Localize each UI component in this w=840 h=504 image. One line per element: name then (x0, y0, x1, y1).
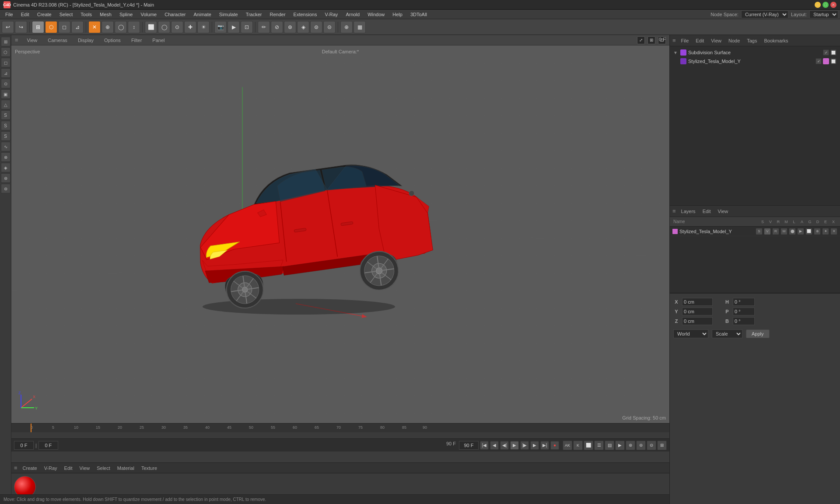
workplane-btn[interactable]: ▦ (354, 21, 366, 33)
coord-p-input[interactable] (733, 308, 755, 315)
menu-file[interactable]: File (2, 11, 17, 18)
viewport-ctrl-camera[interactable]: ⊞ (648, 36, 655, 44)
layer-icon-anim1[interactable]: ⬤ (789, 228, 795, 234)
menu-character[interactable]: Character (161, 11, 189, 18)
timeline-mode-8[interactable]: ⊞ (657, 441, 667, 450)
menu-create[interactable]: Create (34, 11, 55, 18)
materials-tab-edit[interactable]: Edit (63, 465, 74, 472)
snap-btn[interactable]: ⊕ (340, 21, 353, 33)
viewport-ctrl-expand[interactable]: ⤢ (637, 36, 645, 44)
create-cube[interactable]: ⬜ (145, 21, 157, 33)
coord-world-select[interactable]: World (673, 329, 708, 338)
timeline-mode-5[interactable]: ⊛ (626, 441, 635, 450)
materials-menu-icon[interactable]: ≡ (14, 465, 18, 471)
camera-btn[interactable]: 📷 (214, 21, 227, 33)
menu-extensions[interactable]: Extensions (290, 11, 321, 18)
tool-paint[interactable]: ✏ (258, 21, 270, 33)
om-tab-bookmarks[interactable]: Bookmarks (763, 37, 790, 44)
create-sphere[interactable]: ◯ (158, 21, 170, 33)
viewport-tab-view[interactable]: View (25, 37, 39, 44)
menu-arnold[interactable]: Arnold (342, 11, 363, 18)
timeline-ruler[interactable]: 0 5 10 15 20 25 30 35 40 45 50 55 60 65 … (11, 424, 669, 432)
menu-tools[interactable]: Tools (77, 11, 95, 18)
window-controls[interactable]: – □ ✕ (815, 2, 836, 8)
tool-weld[interactable]: ⊝ (323, 21, 336, 33)
coord-y-input[interactable] (682, 308, 713, 315)
tool-extrude[interactable]: ⊛ (284, 21, 296, 33)
tool-rotate[interactable]: ◯ (115, 21, 127, 33)
undo-button[interactable]: ↩ (2, 21, 14, 33)
viewport-menu-icon[interactable]: ≡ (15, 37, 18, 43)
tool-scale[interactable]: ⊕ (102, 21, 114, 33)
mode-edge[interactable]: ⊿ (71, 21, 84, 33)
menu-simulate[interactable]: Simulate (216, 11, 242, 18)
layout-select[interactable]: Startup (809, 10, 838, 18)
timeline-playhead[interactable] (31, 424, 32, 432)
tool-knife[interactable]: ⊘ (271, 21, 283, 33)
next-key-button[interactable]: |▶ (520, 441, 529, 450)
redo-button[interactable]: ↪ (15, 21, 27, 33)
layer-icon-anim6[interactable]: ✕ (831, 228, 837, 234)
create-cylinder[interactable]: ⊙ (171, 21, 183, 33)
menu-window[interactable]: Window (364, 11, 388, 18)
menu-vray[interactable]: V-Ray (321, 11, 341, 18)
tool-bridge[interactable]: ⊜ (310, 21, 322, 33)
om-tab-view[interactable]: View (709, 37, 723, 44)
om-item-subdivision[interactable]: ▼ Subdivision Surface ✓ ⬜ (672, 48, 838, 57)
layers-tab-edit[interactable]: Edit (701, 208, 713, 215)
menu-spline[interactable]: Spline (116, 11, 136, 18)
om-tab-tags[interactable]: Tags (745, 37, 759, 44)
sidebar-spline[interactable]: S (1, 110, 10, 120)
om-icon-tesla-extra[interactable]: ⬜ (830, 58, 836, 64)
layer-icon-anim3[interactable]: ⬜ (806, 228, 812, 234)
sidebar-plugin5[interactable]: ⊜ (1, 184, 10, 193)
mode-object[interactable]: ⬡ (45, 21, 57, 33)
sidebar-nurbs[interactable]: S (1, 121, 10, 130)
menu-tracker[interactable]: Tracker (242, 11, 266, 18)
timeline-track[interactable] (11, 432, 669, 438)
menu-animate[interactable]: Animate (190, 11, 214, 18)
coord-apply-button[interactable]: Apply (746, 329, 770, 338)
frame-end-input[interactable] (459, 441, 479, 450)
layers-tab-layers[interactable]: Layers (679, 208, 697, 215)
mode-model[interactable]: ⊞ (32, 21, 44, 33)
record-button[interactable]: ● (550, 441, 559, 450)
create-light[interactable]: ☀ (197, 21, 210, 33)
layer-row-tesla[interactable]: Stylized_Tesla_Model_Y S V R M ⬤ ▶ ⬜ ⊕ ✦… (670, 227, 840, 236)
key-all-button[interactable]: K (573, 441, 583, 450)
menu-edit[interactable]: Edit (18, 11, 33, 18)
viewport-tab-panel[interactable]: Panel (150, 37, 166, 44)
menu-render[interactable]: Render (266, 11, 289, 18)
viewport-tab-filter[interactable]: Filter (130, 37, 144, 44)
viewport-tab-display[interactable]: Display (76, 37, 95, 44)
materials-tab-texture[interactable]: Texture (140, 465, 159, 472)
viewport-tab-cameras[interactable]: Cameras (46, 37, 69, 44)
sidebar-deformer[interactable]: ⊙ (1, 79, 10, 88)
play-button[interactable]: ▶ (510, 441, 519, 450)
om-tab-edit[interactable]: Edit (694, 37, 706, 44)
close-button[interactable]: ✕ (830, 2, 836, 8)
coord-x-input[interactable] (682, 298, 713, 306)
layer-icon-v[interactable]: V (764, 228, 770, 234)
layers-menu-icon[interactable]: ≡ (672, 208, 676, 214)
goto-end-button[interactable]: ▶| (540, 441, 549, 450)
sidebar-fields[interactable]: S (1, 131, 10, 141)
sidebar-effector[interactable]: ▣ (1, 89, 10, 99)
sidebar-plugin4[interactable]: ⊛ (1, 173, 10, 183)
coord-b-input[interactable] (733, 317, 755, 325)
coord-scale-select[interactable]: Scale (712, 329, 742, 338)
om-item-tesla[interactable]: Stylized_Tesla_Model_Y ✓ ⬜ (672, 57, 838, 66)
materials-tab-select[interactable]: Select (95, 465, 112, 472)
frame-keyframe-input[interactable] (38, 441, 58, 450)
sidebar-generator[interactable]: △ (1, 100, 10, 109)
materials-tab-material[interactable]: Material (116, 465, 136, 472)
tool-bevel[interactable]: ◈ (297, 21, 309, 33)
sidebar-plugin1[interactable]: ∿ (1, 142, 10, 151)
tool-move[interactable]: ✕ (88, 21, 101, 33)
render-view[interactable]: ⊡ (241, 21, 253, 33)
coord-h-input[interactable] (733, 298, 755, 306)
om-menu-icon[interactable]: ≡ (672, 37, 676, 44)
menu-help[interactable]: Help (389, 11, 406, 18)
maximize-button[interactable]: □ (822, 2, 829, 8)
coord-z-input[interactable] (682, 317, 713, 325)
